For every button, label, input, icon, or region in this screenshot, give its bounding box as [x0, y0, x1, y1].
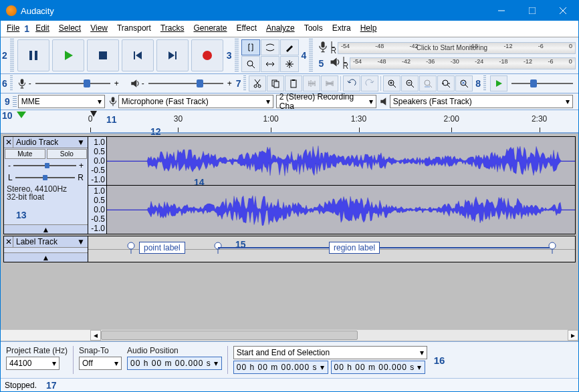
draw-tool[interactable] — [280, 39, 299, 55]
horizontal-scrollbar[interactable]: ◂ ▸ — [1, 329, 578, 341]
close-button[interactable] — [548, 1, 578, 21]
vertical-scale[interactable]: 1.0 0.5 0.0 -0.5 -1.0 — [88, 186, 107, 234]
multi-tool[interactable] — [280, 56, 299, 72]
mute-button[interactable]: Mute — [5, 149, 45, 159]
track-close-button[interactable]: ✕ — [4, 236, 13, 247]
svg-rect-13 — [274, 81, 279, 87]
menu-tools[interactable]: Tools — [300, 22, 328, 35]
stop-button[interactable] — [87, 39, 119, 71]
tools-toolbar — [240, 38, 300, 73]
menu-edit[interactable]: Edit — [31, 22, 54, 35]
play-at-speed-button[interactable] — [490, 75, 507, 91]
track-collapse-button[interactable]: ▲ — [4, 224, 88, 234]
playback-speed-slider[interactable] — [509, 77, 576, 89]
menu-tracks[interactable]: Tracks — [156, 22, 189, 35]
recording-device-combo[interactable]: Microphone (Fast Track)▾ — [118, 95, 273, 108]
playback-meter[interactable]: -54 -48 -42 -36 -30 -24 -18 -12 -6 0 — [350, 57, 576, 69]
track-menu-button[interactable]: Label Track▼ — [13, 236, 88, 247]
zoom-tool[interactable] — [241, 56, 260, 72]
svg-rect-9 — [20, 79, 23, 84]
label-track-body[interactable]: point label 15 region label — [88, 236, 575, 262]
audio-host-combo[interactable]: MME▾ — [18, 95, 105, 108]
maximize-button[interactable] — [517, 1, 548, 21]
audio-position-label: Audio Position — [127, 346, 222, 355]
envelope-tool[interactable] — [261, 39, 279, 55]
menu-file[interactable]: File — [2, 22, 24, 35]
menu-transport[interactable]: Transport — [112, 22, 156, 35]
label-handle-icon[interactable] — [548, 242, 556, 254]
scrollbar-thumb[interactable] — [101, 331, 358, 340]
record-button[interactable] — [191, 39, 223, 71]
menu-analyze[interactable]: Analyze — [261, 22, 300, 35]
track-close-button[interactable]: ✕ — [4, 137, 13, 148]
recording-meter[interactable]: -54 -48 -42 -18 -12 -6 0 Click to Start … — [338, 42, 576, 54]
paste-button[interactable] — [285, 75, 302, 91]
point-label[interactable]: point label — [139, 242, 185, 254]
copy-button[interactable] — [267, 75, 284, 91]
zoom-in-button[interactable] — [383, 75, 400, 91]
play-button[interactable] — [52, 39, 84, 71]
menu-extra[interactable]: Extra — [328, 22, 356, 35]
selection-start-field[interactable]: 00 h 00 m 00.000 s▾ — [233, 361, 328, 374]
minimize-button[interactable] — [486, 1, 517, 21]
toolbar-grip[interactable] — [309, 39, 313, 72]
project-rate-combo[interactable]: 44100▾ — [6, 357, 60, 370]
toolbar-grip[interactable] — [235, 39, 239, 72]
recording-channels-combo[interactable]: 2 (Stereo) Recording Cha▾ — [276, 95, 376, 108]
pan-slider[interactable] — [14, 174, 77, 181]
minus-label: - — [29, 79, 31, 88]
svg-rect-21 — [112, 97, 115, 102]
menu-help[interactable]: Help — [356, 22, 382, 35]
transport-toolbar — [15, 37, 225, 73]
vertical-scale[interactable]: 1.0 0.5 0.0 -0.5 -1.0 — [88, 137, 107, 185]
playback-device-combo[interactable]: Speakers (Fast Track)▾ — [390, 95, 573, 108]
snap-to-combo[interactable]: Off▾ — [79, 357, 122, 370]
selection-mode-combo[interactable]: Start and End of Selection▾ — [233, 346, 427, 359]
timeline-ruler[interactable]: 11 12 0301:001:302:002:30 — [90, 110, 578, 133]
selection-end-field[interactable]: 00 h 00 m 00.000 s▾ — [331, 361, 426, 374]
zoom-toggle-button[interactable] — [455, 75, 473, 91]
pinned-play-head-icon[interactable] — [17, 112, 26, 118]
pause-button[interactable] — [17, 39, 49, 71]
silence-button[interactable] — [321, 75, 338, 91]
toolbar-grip[interactable] — [10, 39, 14, 72]
zoom-out-button[interactable] — [401, 75, 419, 91]
redo-button[interactable] — [361, 75, 378, 91]
scroll-right-button[interactable]: ▸ — [568, 330, 578, 341]
playback-volume-slider[interactable] — [146, 77, 226, 89]
menu-generate[interactable]: Generate — [189, 22, 231, 35]
track-collapse-button[interactable]: ▲ — [4, 252, 88, 262]
annotation-5: 5 — [317, 58, 329, 69]
toolbar-grip[interactable] — [483, 75, 486, 91]
toolbar-grip[interactable] — [13, 96, 17, 107]
menu-effect[interactable]: Effect — [232, 22, 261, 35]
audio-position-field[interactable]: 00 h 00 m 00.000 s▾ — [127, 357, 222, 370]
waveform-right[interactable] — [107, 186, 575, 234]
skip-start-button[interactable] — [122, 39, 154, 71]
toolbar-grip[interactable] — [243, 75, 246, 91]
trim-button[interactable] — [303, 75, 320, 91]
region-label[interactable]: region label — [329, 242, 380, 254]
recording-volume-slider[interactable] — [33, 77, 113, 89]
menu-view[interactable]: View — [86, 22, 112, 35]
timeshift-tool[interactable] — [261, 56, 279, 72]
scroll-left-button[interactable]: ◂ — [90, 330, 101, 341]
fit-project-button[interactable] — [437, 75, 455, 91]
zoom-selection-button[interactable] — [419, 75, 437, 91]
menu-select[interactable]: Select — [54, 22, 86, 35]
waveform-left[interactable]: 14 — [107, 137, 575, 185]
track-menu-button[interactable]: Audio Track▼ — [13, 137, 88, 148]
skip-end-button[interactable] — [156, 39, 189, 71]
solo-button[interactable]: Solo — [47, 149, 88, 159]
meter-r-label: R — [330, 48, 336, 54]
gain-slider[interactable] — [12, 162, 78, 169]
selection-tool[interactable] — [241, 39, 260, 55]
label-handle-icon[interactable] — [127, 242, 135, 254]
track-format-label: Stereo, 44100Hz32-bit float — [4, 184, 88, 202]
cut-button[interactable] — [249, 75, 266, 91]
undo-button[interactable] — [343, 75, 360, 91]
toolbar-grip[interactable] — [10, 75, 13, 91]
annotation-4: 4 — [300, 50, 308, 61]
microphone-icon — [17, 78, 27, 89]
annotation-1: 1 — [24, 22, 31, 35]
